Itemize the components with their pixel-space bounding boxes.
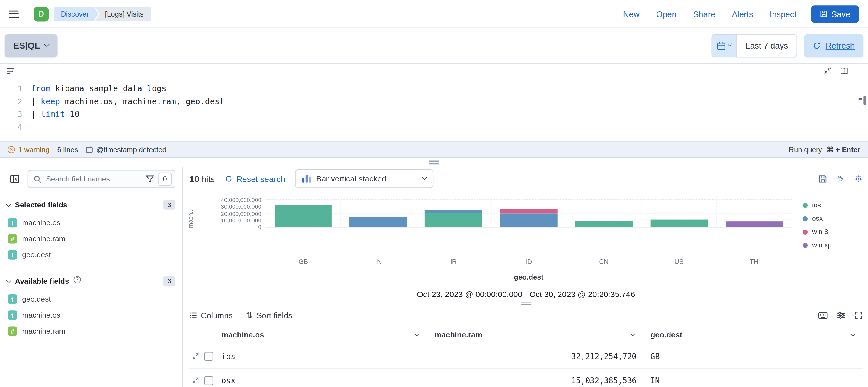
edit-visualization-button[interactable]: ✎: [837, 173, 845, 184]
chart-category-slot: [341, 196, 416, 227]
keyboard-shortcuts-button[interactable]: [818, 312, 828, 319]
cell-machine-ram[interactable]: 15,032,385,536: [426, 376, 642, 385]
bar-segment-osx[interactable]: [425, 210, 482, 213]
string-field-icon: t: [8, 250, 17, 259]
field-item[interactable]: t machine.os: [7, 307, 176, 323]
cell-geo-dest[interactable]: IN: [642, 376, 862, 385]
bar-segment-ios[interactable]: [274, 205, 332, 227]
y-axis-title: mach...: [187, 208, 194, 228]
refresh-button[interactable]: Refresh: [804, 34, 864, 57]
field-item[interactable]: # machine.ram: [7, 231, 176, 247]
search-icon: [34, 175, 42, 183]
bar-segment-ios[interactable]: [425, 213, 482, 227]
legend-item[interactable]: osx: [803, 215, 863, 223]
editor-code-area[interactable]: 1 from kibana_sample_data_logs 2 | keep …: [0, 78, 868, 141]
column-header-machine-os[interactable]: machine.os: [216, 330, 427, 339]
query-toolbar: ES|QL Last 7 days Refresh: [0, 28, 868, 63]
save-visualization-button[interactable]: [819, 174, 827, 183]
chart-options-button[interactable]: ⚙: [855, 173, 862, 184]
results-table: machine.os machine.ram geo.dest ios 32,2…: [189, 325, 863, 387]
expand-row-icon[interactable]: [192, 377, 199, 384]
field-item[interactable]: t machine.os: [7, 215, 176, 231]
resize-handle[interactable]: [521, 301, 531, 305]
cell-geo-dest[interactable]: GB: [642, 352, 862, 360]
time-range-display[interactable]: Last 7 days: [736, 34, 797, 57]
nav-open[interactable]: Open: [656, 9, 677, 19]
code-line: 1 from kibana_sample_data_logs: [0, 83, 868, 95]
chart-plot-area[interactable]: [266, 196, 792, 228]
space-avatar[interactable]: D: [34, 6, 49, 21]
chart-type-select[interactable]: Bar vertical stacked: [295, 169, 433, 188]
editor-scrollbar[interactable]: [864, 96, 866, 105]
available-fields-list: t geo.dest t machine.os # machine.ram: [7, 291, 176, 339]
row-checkbox[interactable]: [204, 376, 213, 385]
cell-machine-ram[interactable]: 32,212,254,720: [426, 352, 642, 360]
chart-category-slot: [717, 196, 792, 227]
sort-fields-button[interactable]: ⇅ Sort fields: [246, 311, 292, 320]
fullscreen-button[interactable]: [855, 312, 863, 319]
cell-machine-os[interactable]: ios: [216, 352, 427, 360]
date-quick-select-button[interactable]: [711, 34, 736, 57]
row-checkbox[interactable]: [204, 352, 213, 360]
shrink-editor-icon[interactable]: [824, 67, 832, 75]
chart-resize-row: [189, 300, 863, 307]
legend-dot: [803, 243, 808, 248]
collapse-sidebar-button[interactable]: [7, 171, 22, 187]
fields-sidebar: Search field names 0 Selected fields 3 t…: [0, 167, 183, 387]
esql-menu-button[interactable]: ES|QL: [4, 34, 58, 57]
resize-handle[interactable]: [429, 160, 439, 164]
selected-fields-header[interactable]: Selected fields 3: [7, 200, 176, 210]
cell-machine-os[interactable]: osx: [216, 376, 427, 385]
number-field-icon: #: [8, 234, 17, 243]
documentation-icon[interactable]: [840, 67, 848, 75]
bar-segment-osx[interactable]: [500, 214, 557, 227]
field-search-input[interactable]: Search field names 0: [28, 170, 176, 188]
bar-segment-osx[interactable]: [349, 217, 407, 227]
menu-icon[interactable]: [9, 10, 19, 18]
chevron-down-icon: [44, 41, 50, 47]
columns-button[interactable]: Columns: [189, 311, 232, 320]
code-line: 4: [0, 121, 868, 133]
reset-search-button[interactable]: Reset search: [225, 174, 285, 183]
editor-overview-ruler-mark: [859, 98, 862, 99]
available-fields-header[interactable]: Available fields ? 3: [7, 276, 176, 286]
chevron-down-icon: [6, 278, 11, 283]
legend-item[interactable]: ios: [803, 201, 863, 209]
field-item[interactable]: # machine.ram: [7, 323, 176, 339]
nav-alerts[interactable]: Alerts: [732, 9, 753, 19]
breadcrumb-discover[interactable]: Discover: [54, 7, 99, 21]
nav-inspect[interactable]: Inspect: [770, 9, 797, 19]
legend-dot: [803, 203, 808, 208]
field-item[interactable]: t geo.dest: [7, 247, 176, 263]
chevron-down-icon: [851, 331, 856, 336]
expand-row-icon[interactable]: [192, 353, 199, 360]
bar-segment-win-8[interactable]: [500, 208, 557, 214]
breadcrumb-logs-visits: [Logs] Visits: [95, 7, 151, 21]
bar-segment-win-xp[interactable]: [725, 222, 783, 227]
editor-mini-toolbar: [0, 64, 868, 78]
chart-category-slot: [416, 196, 491, 227]
bar-segment-ios[interactable]: [575, 221, 632, 227]
chevron-down-icon: [630, 331, 635, 336]
field-filter-count[interactable]: 0: [158, 172, 172, 186]
nav-share[interactable]: Share: [693, 9, 715, 19]
display-options-button[interactable]: [837, 312, 845, 319]
legend-item[interactable]: win xp: [803, 241, 863, 249]
bar-segment-ios[interactable]: [650, 220, 708, 227]
save-button[interactable]: Save: [811, 5, 859, 22]
help-icon[interactable]: ?: [73, 276, 81, 283]
column-header-geo-dest[interactable]: geo.dest: [642, 330, 862, 339]
nav-new[interactable]: New: [623, 9, 640, 19]
table-row: ios 32,212,254,720 GB: [189, 344, 863, 368]
editor-footer: ✕ 1 warning 6 lines @timestamp detected …: [0, 141, 868, 157]
chart-category-slot: [642, 196, 717, 227]
filter-icon[interactable]: [146, 175, 154, 183]
legend-item[interactable]: win 8: [803, 228, 863, 236]
run-query-label[interactable]: Run query: [789, 145, 822, 153]
field-item[interactable]: t geo.dest: [7, 291, 176, 307]
calendar-icon: [86, 146, 93, 153]
warning-indicator[interactable]: ✕ 1 warning: [8, 145, 50, 153]
table-row: osx 15,032,385,536 IN: [189, 368, 863, 387]
word-wrap-icon[interactable]: [7, 67, 15, 74]
column-header-machine-ram[interactable]: machine.ram: [426, 330, 642, 339]
